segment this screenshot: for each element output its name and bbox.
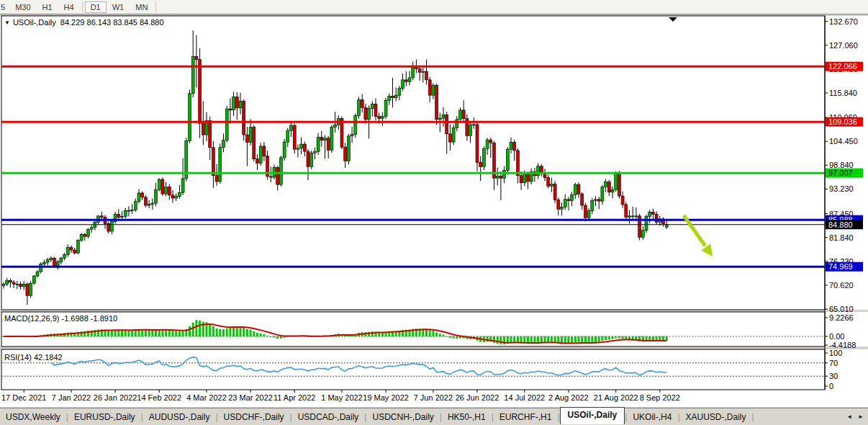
svg-text:0.00: 0.00	[829, 332, 844, 341]
chart-tab-hk50-h1[interactable]: HK50-,H1	[442, 410, 492, 424]
svg-text:70.620: 70.620	[829, 281, 854, 290]
svg-text:70: 70	[829, 359, 838, 367]
price-badge-109.036: 109.036	[826, 117, 863, 127]
timeframe-button-h4[interactable]: H4	[58, 2, 80, 12]
chart-tab-eurchf-h1[interactable]: EURCHF-,H1	[494, 410, 558, 424]
chart-tab-usdx-weekly[interactable]: USDX,Weekly	[0, 410, 66, 424]
svg-text:132.670: 132.670	[829, 17, 858, 26]
svg-text:26 Jun 2022: 26 Jun 2022	[456, 393, 499, 402]
chart-tab-ukoil-h4[interactable]: UKOil-,H4	[627, 410, 677, 424]
svg-text:100: 100	[829, 349, 842, 357]
svg-text:81.840: 81.840	[829, 233, 854, 242]
svg-text:14 Jul 2022: 14 Jul 2022	[504, 393, 545, 402]
svg-text:23 Mar 2022: 23 Mar 2022	[228, 393, 273, 402]
timeframe-button-w1[interactable]: W1	[107, 2, 130, 12]
chart-tabbar: USDX,Weekly|EURUSD-,Daily|AUDUSD-,Daily|…	[0, 408, 868, 425]
svg-text:4 Mar 2022: 4 Mar 2022	[186, 393, 227, 402]
chart-tab-audusd-daily[interactable]: AUDUSD-,Daily	[143, 410, 216, 424]
chart-area: 132.670127.060121.450115.840110.060104.4…	[0, 14, 868, 407]
chart-tab-usdcnh-daily[interactable]: USDCNH-,Daily	[366, 410, 439, 424]
svg-text:115.840: 115.840	[829, 89, 857, 97]
price-badge-84.880: 84.880	[826, 220, 863, 229]
chart-tab-xauusd-daily[interactable]: XAUUSD-,Daily	[680, 410, 752, 424]
svg-text:9.2266: 9.2266	[829, 313, 854, 322]
pane-divider[interactable]	[0, 346, 868, 349]
timeframe-toolbar: 5M30H1H4D1W1MN	[0, 0, 868, 14]
price-badge-122.066: 122.066	[826, 62, 863, 71]
svg-text:14 Feb 2022: 14 Feb 2022	[137, 393, 181, 402]
svg-text:7 Jun 2022: 7 Jun 2022	[414, 393, 453, 402]
tab-scroll-left-button[interactable]: ◄	[846, 413, 852, 420]
price-badge-74.969: 74.969	[826, 262, 863, 272]
toolbar-separator	[82, 1, 83, 12]
macd-indicator-label: MACD(12,26,9) -1.6988 -1.8910	[4, 314, 117, 323]
timeframe-button-mn[interactable]: MN	[130, 2, 153, 12]
svg-text:122.066: 122.066	[828, 62, 857, 71]
svg-text:109.036: 109.036	[828, 117, 857, 126]
dropdown-arrow-icon[interactable]: ▼	[4, 19, 10, 26]
svg-text:21 Aug 2022: 21 Aug 2022	[594, 393, 638, 402]
svg-text:8 Sep 2022: 8 Sep 2022	[640, 393, 680, 402]
svg-text:2 Aug 2022: 2 Aug 2022	[548, 393, 589, 402]
svg-text:93.230: 93.230	[829, 184, 854, 193]
chart-tabs: USDX,Weekly|EURUSD-,Daily|AUDUSD-,Daily|…	[0, 409, 754, 424]
chart-tab-usdcad-daily[interactable]: USDCAD-,Daily	[292, 410, 365, 424]
timeframe-button-m30[interactable]: M30	[9, 2, 36, 12]
svg-text:104.450: 104.450	[829, 137, 858, 146]
chart-symbol-label: USOil-,Daily	[13, 18, 56, 27]
svg-text:17 Dec 2021: 17 Dec 2021	[1, 393, 46, 402]
svg-text:19 May 2022: 19 May 2022	[363, 393, 409, 402]
price-badge-97.007: 97.007	[826, 169, 863, 178]
price-chart-svg[interactable]: 132.670127.060121.450115.840110.060104.4…	[0, 14, 868, 407]
chart-tab-usdchf-daily[interactable]: USDCHF-,Daily	[218, 410, 290, 424]
rsi-pane[interactable]	[1, 349, 825, 390]
svg-text:11 Apr 2022: 11 Apr 2022	[273, 393, 316, 402]
svg-text:65.010: 65.010	[829, 305, 854, 313]
svg-text:0: 0	[829, 382, 833, 390]
chart-title: ▼USOil-,Daily84.229 86.143 83.845 84.880	[4, 18, 164, 27]
tab-separator: |	[752, 412, 754, 422]
svg-text:127.060: 127.060	[829, 41, 858, 50]
svg-text:7 Jan 2022: 7 Jan 2022	[52, 393, 91, 402]
timeframe-button-5[interactable]: 5	[0, 2, 9, 12]
chart-tab-eurusd-daily[interactable]: EURUSD-,Daily	[68, 410, 141, 424]
tab-scroll-right-button[interactable]: ►	[858, 413, 864, 420]
tab-scroll-arrows: ◄ ►	[846, 413, 864, 420]
svg-text:84.880: 84.880	[828, 220, 853, 229]
timeframe-button-h1[interactable]: H1	[37, 2, 58, 12]
timeframe-button-d1[interactable]: D1	[85, 1, 107, 13]
metatrader-window: { "toolbar": { "timeframes": ["5","M30",…	[0, 0, 868, 425]
chart-tab-usoil-daily[interactable]: USOil-,Daily	[560, 407, 625, 424]
chart-ohlc-values: 84.229 86.143 83.845 84.880	[60, 18, 164, 27]
svg-text:30: 30	[829, 372, 838, 380]
svg-text:26 Jan 2022: 26 Jan 2022	[94, 393, 137, 402]
toolbar-separator	[155, 1, 156, 12]
rsi-indicator-label: RSI(14) 42.1842	[4, 353, 63, 362]
svg-text:74.969: 74.969	[828, 262, 853, 271]
svg-text:97.007: 97.007	[828, 169, 853, 177]
svg-text:1 May 2022: 1 May 2022	[321, 393, 362, 402]
